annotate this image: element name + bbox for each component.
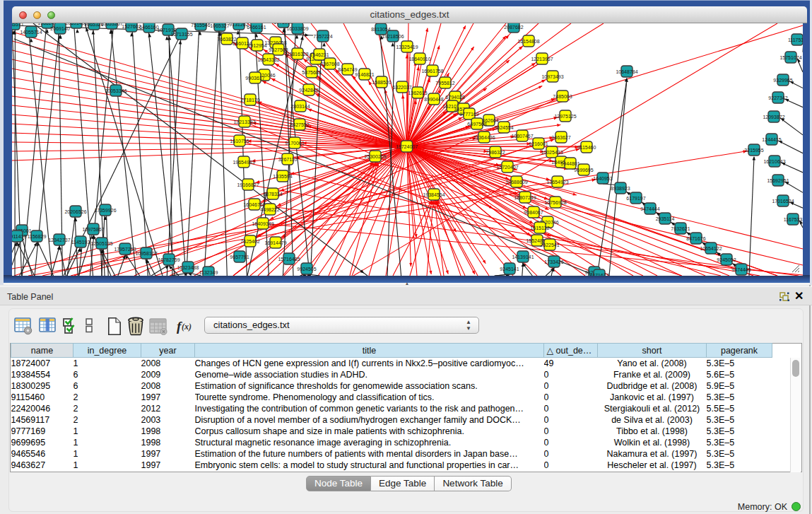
svg-text:21364436: 21364436 (473, 135, 495, 140)
svg-text:2803144: 2803144 (290, 104, 310, 109)
svg-text:2522541: 2522541 (540, 243, 559, 247)
svg-text:1615132: 1615132 (530, 226, 549, 230)
svg-text:9115460: 9115460 (577, 145, 596, 150)
svg-text:2935114: 2935114 (656, 216, 675, 221)
svg-text:8878334: 8878334 (263, 192, 282, 197)
svg-text:9777169: 9777169 (459, 112, 478, 117)
svg-text:2087682: 2087682 (504, 25, 523, 30)
svg-text:1527602: 1527602 (122, 24, 141, 29)
svg-text:1640953: 1640953 (593, 176, 612, 181)
svg-text:9657791: 9657791 (230, 255, 249, 259)
svg-text:1167533: 1167533 (784, 217, 803, 222)
svg-text:7632621: 7632621 (671, 226, 690, 231)
svg-text:1335594: 1335594 (273, 174, 292, 179)
svg-text:14055714: 14055714 (20, 30, 42, 35)
svg-text:9146821: 9146821 (355, 72, 374, 77)
svg-text:7986322: 7986322 (486, 150, 505, 155)
svg-text:10025433: 10025433 (541, 150, 563, 155)
svg-text:10648784: 10648784 (616, 69, 637, 74)
svg-text:4498222: 4498222 (260, 207, 279, 212)
svg-text:6466160: 6466160 (139, 25, 158, 30)
svg-text:1244415: 1244415 (762, 137, 781, 142)
svg-text:16782759: 16782759 (158, 257, 180, 262)
svg-text:16713155: 16713155 (170, 32, 192, 37)
svg-text:12213967: 12213967 (531, 57, 553, 62)
svg-text:9474444: 9474444 (640, 206, 659, 211)
svg-text:1588520: 1588520 (372, 80, 391, 85)
svg-text:10807467: 10807467 (511, 134, 533, 139)
svg-text:12505135: 12505135 (90, 241, 112, 246)
svg-text:10958107: 10958107 (135, 251, 157, 256)
svg-text:8427552: 8427552 (290, 122, 309, 127)
svg-text:3215955: 3215955 (744, 148, 763, 153)
svg-text:1132349: 1132349 (199, 270, 218, 275)
svg-text:7625402: 7625402 (240, 239, 259, 244)
svg-text:9131262: 9131262 (229, 23, 248, 27)
svg-text:9170061: 9170061 (285, 141, 304, 146)
svg-text:10654122: 10654122 (700, 246, 722, 251)
svg-text:13654923: 13654923 (546, 180, 568, 185)
svg-text:16914479: 16914479 (264, 240, 286, 245)
svg-text:10756928: 10756928 (544, 200, 566, 205)
svg-text:16210643: 16210643 (763, 159, 785, 164)
svg-text:5875685: 5875685 (302, 70, 321, 75)
svg-text:10543382: 10543382 (257, 57, 279, 62)
svg-text:5944801: 5944801 (560, 161, 579, 166)
svg-text:19384554: 19384554 (423, 192, 445, 197)
svg-text:17957253: 17957253 (114, 247, 136, 252)
svg-text:8454749: 8454749 (338, 67, 357, 72)
svg-text:16154808: 16154808 (517, 39, 539, 44)
svg-text:1117533: 1117533 (788, 37, 803, 42)
svg-text:15751074: 15751074 (779, 55, 801, 60)
svg-text:7955812: 7955812 (435, 81, 454, 86)
svg-text:10688609: 10688609 (505, 180, 527, 185)
svg-text:1156829: 1156829 (28, 234, 47, 239)
svg-text:20053346: 20053346 (105, 88, 126, 93)
svg-text:1610755: 1610755 (230, 139, 249, 144)
svg-text:18640910: 18640910 (408, 57, 430, 62)
svg-text:18807249: 18807249 (514, 195, 536, 200)
svg-text:16033809: 16033809 (286, 26, 308, 31)
svg-text:6179197: 6179197 (626, 196, 645, 201)
svg-text:9327503: 9327503 (269, 47, 288, 52)
svg-text:14139141: 14139141 (512, 255, 534, 259)
svg-text:19218506: 19218506 (382, 34, 404, 39)
svg-text:6497568: 6497568 (467, 122, 486, 127)
svg-text:12342737: 12342737 (48, 238, 70, 243)
svg-text:6216001: 6216001 (529, 141, 548, 146)
svg-text:15692951: 15692951 (767, 178, 789, 183)
svg-text:8471677: 8471677 (589, 273, 608, 276)
svg-text:19166827: 19166827 (237, 182, 259, 187)
svg-text:1546231: 1546231 (310, 52, 329, 57)
svg-text:16961758: 16961758 (421, 69, 443, 74)
svg-text:9474445: 9474445 (731, 267, 751, 272)
svg-text:9699695: 9699695 (574, 168, 593, 173)
svg-text:2718170: 2718170 (240, 98, 259, 103)
svg-text:12093872: 12093872 (763, 115, 784, 119)
svg-text:31816328: 31816328 (286, 52, 308, 57)
svg-text:9084067: 9084067 (524, 210, 543, 215)
svg-text:9903617: 9903617 (245, 76, 264, 81)
svg-text:1733426: 1733426 (544, 259, 563, 264)
svg-text:11323488: 11323488 (177, 265, 199, 270)
svg-text:3911413: 3911413 (12, 234, 26, 239)
svg-text:16046766: 16046766 (243, 202, 265, 207)
svg-text:10973493: 10973493 (541, 74, 563, 79)
svg-text:18724007: 18724007 (396, 144, 418, 149)
svg-text:1071918: 1071918 (273, 23, 293, 25)
svg-text:19654983: 19654983 (233, 160, 254, 165)
svg-text:9463627: 9463627 (551, 135, 570, 140)
svg-text:10975867: 10975867 (82, 227, 104, 232)
svg-text:9242848: 9242848 (299, 88, 318, 93)
svg-text:9245141: 9245141 (500, 267, 519, 271)
svg-text:9227342: 9227342 (768, 95, 787, 100)
svg-text:8471676: 8471676 (686, 236, 705, 241)
svg-text:9245052: 9245052 (717, 257, 736, 262)
svg-text:6322037: 6322037 (392, 85, 411, 90)
svg-text:1065327: 1065327 (210, 23, 229, 28)
svg-text:1145193: 1145193 (71, 240, 90, 245)
svg-text:15716485: 15716485 (278, 257, 300, 262)
svg-text:17359926: 17359926 (94, 208, 116, 213)
svg-text:9329965: 9329965 (773, 78, 792, 83)
svg-text:20206526: 20206526 (64, 209, 86, 214)
